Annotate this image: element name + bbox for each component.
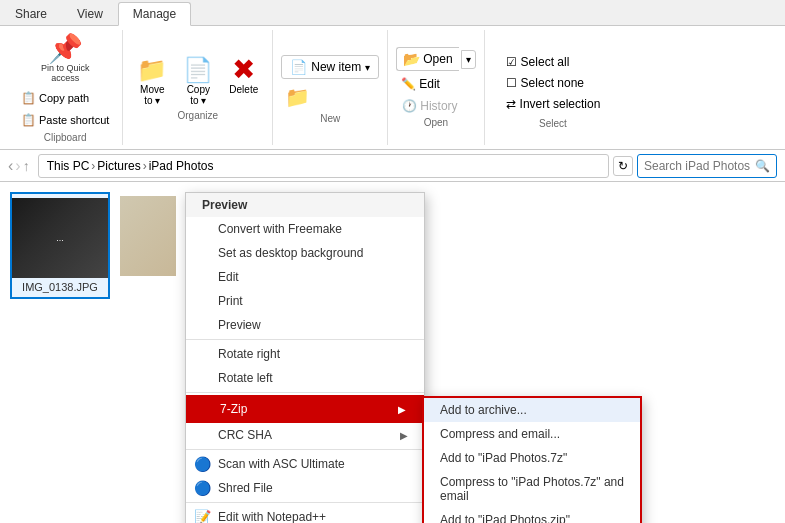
delete-button[interactable]: ✖ Delete	[223, 54, 264, 108]
copy-label: Copyto ▾	[187, 84, 210, 106]
ctx-print[interactable]: Print	[186, 289, 424, 313]
ctx-scan-asc[interactable]: 🔵 Scan with ASC Ultimate	[186, 452, 424, 476]
ctx-shred-label: Shred File	[218, 481, 273, 495]
ctx-convert-label: Convert with Freemake	[218, 222, 342, 236]
refresh-button[interactable]: ↻	[613, 156, 633, 176]
ctx-crc[interactable]: CRC SHA ▶	[186, 423, 424, 447]
clipboard-group: 📌 Pin to Quickaccess 📋 Copy path 📋 Paste…	[8, 30, 123, 145]
clipboard-label: Clipboard	[44, 132, 87, 143]
open-label: Open	[423, 52, 452, 66]
ctx-notepad[interactable]: 📝 Edit with Notepad++	[186, 505, 424, 523]
copy-icon: 📄	[183, 56, 213, 84]
up-button[interactable]: ↑	[23, 158, 30, 174]
file-thumbnail-partial[interactable]	[118, 192, 178, 299]
sub-add-7z[interactable]: Add to "iPad Photos.7z"	[424, 446, 640, 470]
ctx-rotate-left[interactable]: Rotate left	[186, 366, 424, 390]
select-all-icon: ☑	[506, 55, 517, 69]
thumbnail-image-partial	[120, 196, 176, 276]
open-arrow-button[interactable]: ▾	[461, 50, 476, 69]
organize-label: Organize	[177, 110, 218, 121]
sub-add-archive[interactable]: Add to archive...	[424, 398, 640, 422]
open-button[interactable]: 📂 Open	[396, 47, 458, 71]
ctx-notepad-icon: 📝	[194, 509, 211, 523]
new-label: New	[320, 113, 340, 124]
new-folder-icon: 📁	[285, 85, 310, 109]
sub-compress-email[interactable]: Compress and email...	[424, 422, 640, 446]
select-all-label: Select all	[521, 55, 570, 69]
ctx-convert[interactable]: Convert with Freemake	[186, 217, 424, 241]
edit-button[interactable]: ✏️ Edit	[396, 74, 475, 94]
ctx-rotate-right-label: Rotate right	[218, 347, 280, 361]
organize-group: 📁 Moveto ▾ 📄 Copyto ▾ ✖ Delete Organize	[123, 30, 273, 145]
paste-shortcut-label: Paste shortcut	[39, 114, 109, 126]
new-item-arrow: ▾	[365, 62, 370, 73]
sub-add-zip-label: Add to "iPad Photos.zip"	[440, 513, 570, 523]
sub-add-zip[interactable]: Add to "iPad Photos.zip"	[424, 508, 640, 523]
address-bar: ‹ › ↑ This PC › Pictures › iPad Photos ↻…	[0, 150, 785, 182]
delete-label: Delete	[229, 84, 258, 95]
sub-add-archive-label: Add to archive...	[440, 403, 527, 417]
new-item-label: New item	[311, 60, 361, 74]
ctx-edit[interactable]: Edit	[186, 265, 424, 289]
invert-icon: ⇄	[506, 97, 516, 111]
move-icon: 📁	[137, 56, 167, 84]
open-icon: 📂	[403, 51, 420, 67]
delete-icon: ✖	[232, 56, 255, 84]
ctx-notepad-label: Edit with Notepad++	[218, 510, 326, 523]
tab-manage[interactable]: Manage	[118, 2, 191, 26]
file-thumbnail[interactable]: ... IMG_0138.JPG	[10, 192, 110, 299]
ribbon: 📌 Pin to Quickaccess 📋 Copy path 📋 Paste…	[0, 26, 785, 150]
search-input[interactable]	[644, 159, 755, 173]
ctx-sep1	[186, 339, 424, 340]
select-group: ☑ Select all ☐ Select none ⇄ Invert sele…	[485, 30, 622, 145]
paste-shortcut-button[interactable]: 📋 Paste shortcut	[16, 110, 114, 130]
context-menu: Preview Convert with Freemake Set as des…	[185, 192, 425, 523]
sub-compress-7z-email[interactable]: Compress to "iPad Photos.7z" and email	[424, 470, 640, 508]
history-icon: 🕐	[402, 99, 417, 113]
back-button[interactable]: ‹	[8, 157, 13, 175]
new-item-button[interactable]: 📄 New item ▾	[281, 55, 379, 79]
new-folder-button[interactable]: 📁	[281, 83, 314, 111]
ctx-desktop-label: Set as desktop background	[218, 246, 363, 260]
copy-button[interactable]: 📄 Copyto ▾	[177, 54, 219, 108]
ctx-header: Preview	[186, 193, 424, 217]
search-box[interactable]: 🔍	[637, 154, 777, 178]
ctx-7zip-label: 7-Zip	[220, 402, 247, 416]
select-all-button[interactable]: ☑ Select all	[499, 52, 608, 72]
edit-label: Edit	[419, 77, 440, 91]
ctx-shred-icon: 🔵	[194, 480, 211, 496]
copy-path-button[interactable]: 📋 Copy path	[16, 88, 114, 108]
ctx-desktop[interactable]: Set as desktop background	[186, 241, 424, 265]
ctx-preview-label: Preview	[218, 318, 261, 332]
path-pictures: Pictures	[97, 159, 140, 173]
select-none-button[interactable]: ☐ Select none	[499, 73, 608, 93]
new-group: 📄 New item ▾ 📁 New	[273, 30, 388, 145]
ctx-7zip[interactable]: 7-Zip ▶ Add to archive... Compress and e…	[186, 395, 424, 423]
pin-button[interactable]: 📌 Pin to Quickaccess	[36, 32, 95, 86]
ctx-scan-asc-icon: 🔵	[194, 456, 211, 472]
ctx-sep2	[186, 392, 424, 393]
ctx-crc-arrow: ▶	[400, 430, 408, 441]
submenu-7zip: Add to archive... Compress and email... …	[422, 396, 642, 523]
history-button[interactable]: 🕐 History	[396, 97, 475, 115]
forward-button[interactable]: ›	[15, 157, 20, 175]
main-area: ... IMG_0138.JPG Preview Convert with Fr…	[0, 182, 785, 523]
ctx-rotate-right[interactable]: Rotate right	[186, 342, 424, 366]
sub-compress-email-label: Compress and email...	[440, 427, 560, 441]
path-ipad-photos: iPad Photos	[149, 159, 214, 173]
move-button[interactable]: 📁 Moveto ▾	[131, 54, 173, 108]
open-group: 📂 Open ▾ ✏️ Edit 🕐 History Open	[388, 30, 484, 145]
sub-add-7z-label: Add to "iPad Photos.7z"	[440, 451, 567, 465]
address-path[interactable]: This PC › Pictures › iPad Photos	[38, 154, 609, 178]
ctx-scan-asc-label: Scan with ASC Ultimate	[218, 457, 345, 471]
path-this-pc: This PC	[47, 159, 90, 173]
search-icon: 🔍	[755, 159, 770, 173]
move-label: Moveto ▾	[140, 84, 164, 106]
tab-share[interactable]: Share	[0, 2, 62, 25]
invert-selection-button[interactable]: ⇄ Invert selection	[499, 94, 608, 114]
select-none-label: Select none	[521, 76, 584, 90]
ctx-preview[interactable]: Preview	[186, 313, 424, 337]
paste-shortcut-icon: 📋	[21, 113, 36, 127]
ctx-shred[interactable]: 🔵 Shred File	[186, 476, 424, 500]
tab-view[interactable]: View	[62, 2, 118, 25]
